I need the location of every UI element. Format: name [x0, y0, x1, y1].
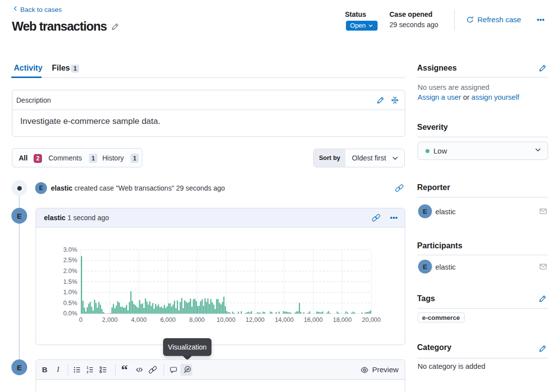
svg-text:6,000: 6,000 — [160, 316, 175, 323]
svg-text:16,000: 16,000 — [304, 316, 323, 323]
svg-text:8,000: 8,000 — [189, 316, 205, 323]
svg-text:20,000: 20,000 — [362, 316, 381, 323]
svg-text:1.5%: 1.5% — [63, 278, 77, 285]
svg-text:10,000: 10,000 — [216, 316, 235, 323]
svg-text:“: “ — [121, 364, 128, 374]
svg-text:0.0%: 0.0% — [63, 310, 77, 317]
svg-text:14,000: 14,000 — [275, 316, 294, 323]
svg-text:2: 2 — [86, 370, 88, 374]
svg-text:1: 1 — [86, 366, 88, 369]
svg-text:2.0%: 2.0% — [63, 268, 77, 274]
svg-text:2,000: 2,000 — [102, 316, 118, 323]
svg-text:12,000: 12,000 — [246, 316, 264, 323]
svg-text:18,000: 18,000 — [333, 316, 351, 323]
svg-text:3.0%: 3.0% — [63, 246, 77, 253]
svg-text:2.5%: 2.5% — [63, 257, 77, 264]
svg-text:4,000: 4,000 — [131, 316, 146, 323]
svg-text:1.0%: 1.0% — [63, 289, 77, 296]
svg-text:0: 0 — [79, 316, 83, 323]
svg-text:0.5%: 0.5% — [63, 300, 77, 307]
